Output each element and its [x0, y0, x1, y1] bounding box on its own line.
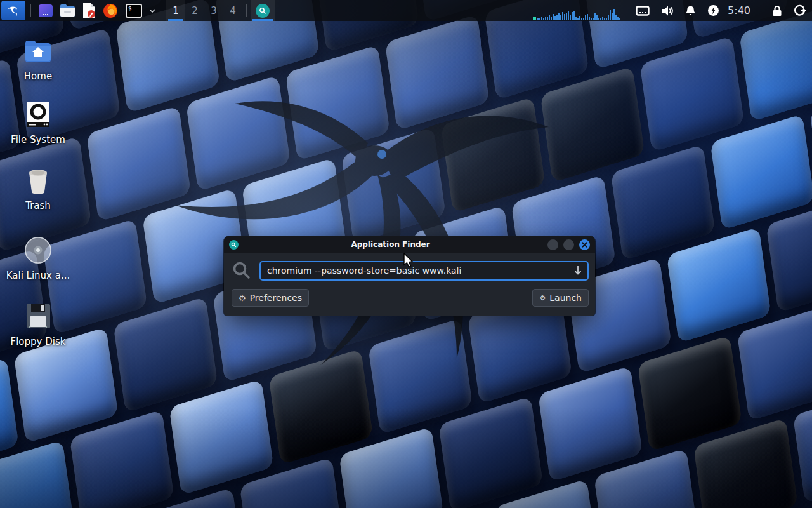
- minimize-button[interactable]: [547, 239, 558, 250]
- workspace-button-1[interactable]: 1: [166, 0, 185, 21]
- workspace-label: 1: [173, 5, 179, 17]
- panel-separator: [30, 4, 31, 17]
- maximize-button[interactable]: [563, 239, 574, 250]
- workspace-button-3[interactable]: 3: [204, 0, 223, 21]
- desktop-icon-file-system[interactable]: File System: [5, 99, 71, 145]
- panel-empty-area: [275, 0, 533, 21]
- application-finder-window: Application Finder chromium --password-s…: [224, 236, 595, 316]
- launcher-file-manager[interactable]: [56, 0, 78, 21]
- trash-icon: [5, 165, 71, 196]
- launch-gear-icon: ⚙: [539, 295, 546, 302]
- preferences-button-label: Preferences: [250, 293, 302, 303]
- command-input[interactable]: chromium --password-store=basic www.kali: [259, 261, 589, 281]
- window-title: Application Finder: [239, 240, 542, 249]
- kali-dragon-icon: [6, 3, 21, 18]
- workspace-label: 4: [230, 5, 236, 17]
- network-icon[interactable]: [636, 6, 650, 16]
- firefox-icon: [103, 3, 118, 18]
- volume-icon[interactable]: [661, 5, 674, 17]
- hard-drive-icon: [5, 99, 71, 130]
- launch-button[interactable]: ⚙ Launch: [532, 289, 589, 307]
- lock-screen-icon[interactable]: [772, 5, 782, 17]
- desktop-icon-trash[interactable]: Trash: [5, 165, 71, 211]
- preferences-button[interactable]: ⚙ Preferences: [232, 289, 309, 307]
- applications-menu-button[interactable]: [1, 1, 25, 20]
- desktop-icon-label: File System: [5, 134, 71, 145]
- cpu-graph-widget[interactable]: [533, 0, 621, 21]
- close-button[interactable]: [579, 239, 590, 250]
- titlebar[interactable]: Application Finder: [224, 236, 595, 253]
- panel-separator: [246, 4, 247, 17]
- desktop-icon-home[interactable]: Home: [5, 36, 71, 82]
- mouse-cursor: [402, 253, 415, 269]
- workspace-button-4[interactable]: 4: [223, 0, 242, 21]
- launch-button-label: Launch: [549, 293, 582, 303]
- gear-icon: ⚙: [239, 294, 246, 302]
- desktop-icon-floppy[interactable]: Floppy Disk: [5, 301, 71, 347]
- desktop-icon-label: Home: [5, 70, 71, 82]
- purple-window-icon: [38, 3, 53, 18]
- launcher-purple-window[interactable]: [35, 0, 56, 21]
- desktop-icon-label: Trash: [5, 200, 71, 211]
- desktop-icon-label: Floppy Disk: [5, 336, 71, 347]
- window-app-icon: [229, 240, 239, 250]
- panel-separator: [162, 4, 162, 17]
- launcher-terminal[interactable]: $_: [121, 0, 147, 21]
- top-panel: $_ 1 2 3 4 5:40: [0, 0, 812, 21]
- magnifier-icon: [232, 260, 252, 281]
- desktop-icon-label: Kali Linux a...: [5, 270, 71, 281]
- clock[interactable]: 5:40: [728, 4, 750, 17]
- close-icon: [582, 242, 587, 248]
- cd-disc-icon: [5, 235, 71, 265]
- workspace-button-2[interactable]: 2: [185, 0, 204, 21]
- launcher-text-editor[interactable]: [78, 0, 100, 21]
- logout-icon[interactable]: [794, 4, 806, 17]
- dropdown-arrow-icon[interactable]: [573, 265, 582, 276]
- power-manager-icon[interactable]: [707, 4, 719, 17]
- chevron-down-icon: [149, 9, 155, 13]
- file-manager-icon: [60, 3, 75, 18]
- command-input-value: chromium --password-store=basic www.kali: [267, 265, 573, 276]
- terminal-dropdown-button[interactable]: [147, 0, 158, 21]
- launcher-firefox[interactable]: [100, 0, 121, 21]
- text-editor-icon: [81, 3, 96, 18]
- home-folder-icon: [5, 36, 71, 66]
- workspace-label: 3: [211, 5, 217, 17]
- desktop-icon-kali-cd[interactable]: Kali Linux a...: [5, 235, 71, 281]
- workspace-label: 2: [192, 5, 198, 17]
- application-finder-icon: [256, 4, 270, 18]
- taskbar-item-application-finder[interactable]: [251, 0, 275, 21]
- floppy-disk-icon: [5, 301, 71, 331]
- notifications-bell-icon[interactable]: [685, 5, 696, 17]
- terminal-icon: $_: [126, 4, 142, 18]
